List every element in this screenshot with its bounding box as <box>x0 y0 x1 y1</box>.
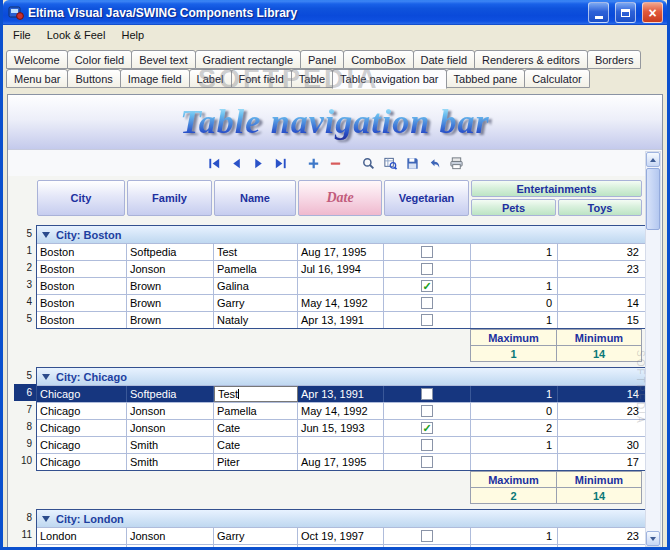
tab-buttons[interactable]: Buttons <box>67 69 120 88</box>
vegetarian-checkbox[interactable] <box>421 405 433 417</box>
column-header-family[interactable]: Family <box>127 180 212 216</box>
cell-name[interactable]: Cate <box>214 420 298 436</box>
cell-date[interactable]: Apr 13, 1991 <box>298 386 384 402</box>
cell-name[interactable]: Pamella <box>214 403 298 419</box>
add-button[interactable] <box>303 154 323 172</box>
cell-name-editor[interactable]: Test <box>214 386 298 402</box>
cell-city[interactable]: Boston <box>37 312 127 328</box>
search-button[interactable] <box>358 154 378 172</box>
table-row[interactable]: BostonSoftpediaTestAug 17, 1995132 <box>37 243 646 260</box>
cell-pets[interactable] <box>471 261 558 277</box>
cell-city[interactable]: Chicago <box>37 403 127 419</box>
menu-help[interactable]: Help <box>113 26 152 44</box>
column-header-city[interactable]: City <box>37 180 125 216</box>
cell-pets[interactable]: 0 <box>471 295 558 311</box>
scroll-thumb[interactable] <box>646 168 660 230</box>
maximize-button[interactable] <box>615 2 636 23</box>
cell-toys[interactable]: 23 <box>558 403 644 419</box>
vegetarian-checkbox[interactable] <box>421 314 433 326</box>
cell-toys[interactable]: 17 <box>558 454 644 470</box>
tab-renderers-editors[interactable]: Renderers & editors <box>474 50 588 69</box>
vegetarian-checkbox[interactable] <box>421 422 433 434</box>
tab-welcome[interactable]: Welcome <box>6 50 68 69</box>
cell-name[interactable]: Piter <box>214 454 298 470</box>
vegetarian-checkbox[interactable] <box>421 246 433 258</box>
tab-combobox[interactable]: ComboBox <box>343 50 413 69</box>
cell-toys[interactable]: 30 <box>558 437 644 453</box>
tab-font-field[interactable]: Font field <box>231 69 292 88</box>
close-button[interactable]: × <box>642 2 663 23</box>
table-row[interactable]: BostonBrownNatalyApr 13, 1991115 <box>37 311 646 328</box>
menu-file[interactable]: File <box>5 26 39 44</box>
cell-vegetarian[interactable] <box>384 244 471 260</box>
table-row[interactable]: LondonJonsonPamellaSep 18, 1996241 <box>37 544 646 547</box>
cell-vegetarian[interactable] <box>384 545 471 547</box>
table-row[interactable]: ChicagoSmithCate130 <box>37 436 646 453</box>
vegetarian-checkbox[interactable] <box>421 280 433 292</box>
previous-button[interactable] <box>226 154 246 172</box>
tab-borders[interactable]: Borders <box>587 50 642 69</box>
cell-family[interactable]: Jonson <box>127 545 214 547</box>
cell-city[interactable]: Chicago <box>37 420 127 436</box>
column-header-toys[interactable]: Toys <box>558 199 642 216</box>
cell-family[interactable]: Softpedia <box>127 244 214 260</box>
cell-name[interactable]: Galina <box>214 278 298 294</box>
cell-city[interactable]: London <box>37 545 127 547</box>
cell-family[interactable]: Softpedia <box>127 386 214 402</box>
save-button[interactable] <box>402 154 422 172</box>
cell-family[interactable]: Jonson <box>127 528 214 544</box>
tab-panel[interactable]: Panel <box>300 50 344 69</box>
cell-city[interactable]: Chicago <box>37 454 127 470</box>
vegetarian-checkbox[interactable] <box>421 388 433 400</box>
cell-name[interactable]: Garry <box>214 295 298 311</box>
tab-gradient-rectangle[interactable]: Gradient rectangle <box>195 50 302 69</box>
scroll-up-button[interactable] <box>646 152 660 167</box>
cell-family[interactable]: Brown <box>127 312 214 328</box>
tab-calculator[interactable]: Calculator <box>524 69 590 88</box>
table-row[interactable]: BostonBrownGarryMay 14, 1992014 <box>37 294 646 311</box>
cell-city[interactable]: Chicago <box>37 386 127 402</box>
column-header-entertainments[interactable]: Entertainments <box>471 180 642 197</box>
last-button[interactable] <box>270 154 290 172</box>
tab-bevel-text[interactable]: Bevel text <box>131 50 195 69</box>
cell-vegetarian[interactable] <box>384 386 471 402</box>
minimize-button[interactable] <box>588 2 609 23</box>
cell-vegetarian[interactable] <box>384 454 471 470</box>
cell-toys[interactable]: 23 <box>558 261 644 277</box>
tab-label[interactable]: Label <box>189 69 232 88</box>
cell-vegetarian[interactable] <box>384 437 471 453</box>
tab-tabbed-pane[interactable]: Tabbed pane <box>446 69 526 88</box>
cell-family[interactable]: Smith <box>127 454 214 470</box>
column-header-vegetarian[interactable]: Vegetarian <box>384 180 469 216</box>
cell-date[interactable]: Aug 17, 1995 <box>298 454 384 470</box>
vertical-scrollbar[interactable] <box>645 151 661 547</box>
table-row[interactable]: ChicagoSoftpediaTestApr 13, 1991114 <box>37 385 646 402</box>
tab-menu-bar[interactable]: Menu bar <box>6 69 68 88</box>
cell-vegetarian[interactable] <box>384 312 471 328</box>
cell-pets[interactable]: 2 <box>471 545 558 547</box>
cell-vegetarian[interactable] <box>384 261 471 277</box>
cell-city[interactable]: Boston <box>37 278 127 294</box>
cell-family[interactable]: Brown <box>127 295 214 311</box>
column-header-name[interactable]: Name <box>214 180 296 216</box>
vegetarian-checkbox[interactable] <box>421 297 433 309</box>
cell-toys[interactable]: 14 <box>558 295 644 311</box>
cell-name[interactable]: Nataly <box>214 312 298 328</box>
vegetarian-checkbox[interactable] <box>421 530 433 542</box>
cell-pets[interactable]: 1 <box>471 278 558 294</box>
cell-name[interactable]: Cate <box>214 437 298 453</box>
group-header-city-chicago[interactable]: City: Chicago <box>37 368 646 385</box>
cell-vegetarian[interactable] <box>384 420 471 436</box>
cell-city[interactable]: Boston <box>37 295 127 311</box>
tab-table-navigation-bar[interactable]: Table navigation bar <box>332 69 446 89</box>
cell-toys[interactable]: 23 <box>558 528 644 544</box>
cell-name[interactable]: Garry <box>214 528 298 544</box>
menu-look-feel[interactable]: Look & Feel <box>39 26 114 44</box>
cell-pets[interactable]: 0 <box>471 403 558 419</box>
remove-button[interactable] <box>325 154 345 172</box>
cell-toys[interactable] <box>558 420 644 436</box>
preview-button[interactable] <box>380 154 400 172</box>
cell-pets[interactable]: 2 <box>471 420 558 436</box>
cell-city[interactable]: Boston <box>37 244 127 260</box>
vegetarian-checkbox[interactable] <box>421 263 433 275</box>
